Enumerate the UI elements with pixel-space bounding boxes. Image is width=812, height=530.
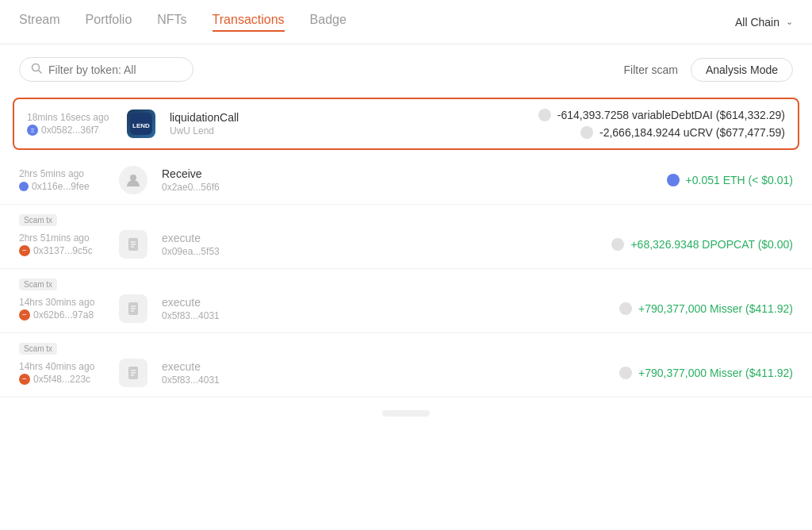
tx-name: liquidationCall xyxy=(170,111,500,124)
amount-dot-icon xyxy=(538,109,551,121)
amount-value: +790,377,000 Misser ($411.92) xyxy=(638,302,793,315)
tx-icon-wrap xyxy=(114,294,152,323)
eth-icon xyxy=(27,125,38,136)
tx-hash: 0x116e...9fee xyxy=(19,181,114,192)
execute-icon xyxy=(119,359,147,387)
tx-meta: 2hrs 5mins ago 0x116e...9fee xyxy=(19,168,114,192)
svg-line-1 xyxy=(39,71,42,74)
amount-dot-icon xyxy=(619,302,632,315)
tx-time: 2hrs 51mins ago xyxy=(19,232,114,244)
amount-value: -2,666,184.9244 uCRV ($677,477.59) xyxy=(599,126,785,139)
tx-icon-wrap xyxy=(114,230,152,259)
tx-protocol: 0x09ea...5f53 xyxy=(162,246,508,257)
tx-time: 18mins 16secs ago xyxy=(27,112,122,123)
tx-protocol: 0x2ae0...56f6 xyxy=(162,182,508,193)
receive-icon xyxy=(119,166,147,194)
minus-icon xyxy=(19,309,30,321)
execute-icon xyxy=(119,294,147,323)
tx-name: Receive xyxy=(162,167,508,180)
svg-text:LEND: LEND xyxy=(132,122,150,129)
tab-portfolio[interactable]: Portfolio xyxy=(86,13,132,32)
tx-name: execute xyxy=(162,296,508,309)
tab-transactions[interactable]: Transactions xyxy=(213,13,285,32)
search-icon xyxy=(31,63,42,76)
tx-name: execute xyxy=(162,232,508,244)
svg-point-4 xyxy=(130,175,136,181)
filter-scam-label[interactable]: Filter scam xyxy=(624,63,678,76)
tx-icon-wrap xyxy=(114,359,152,387)
tx-protocol: 0x5f83...4031 xyxy=(162,374,508,386)
chevron-down-icon: ⌄ xyxy=(786,17,793,27)
tx-info: execute 0x09ea...5f53 xyxy=(152,232,508,257)
amount-dot-icon xyxy=(611,238,624,251)
load-more-indicator xyxy=(382,410,430,417)
tx-amounts: -614,393.7258 variableDebtDAI ($614,332.… xyxy=(500,109,785,139)
tx-hash: 0x62b6...97a8 xyxy=(19,309,114,321)
minus-icon xyxy=(19,245,30,256)
tx-info: liquidationCall UwU Lend xyxy=(160,111,500,136)
filter-input[interactable] xyxy=(48,63,182,76)
tx-hash: 0x5f48...223c xyxy=(19,374,114,385)
tx-protocol: 0x5f83...4031 xyxy=(162,310,508,321)
amount-row: +68,326.9348 DPOPCAT ($0.00) xyxy=(611,238,793,251)
transaction-list: 18mins 16secs ago 0x0582...36f7 LEND liq… xyxy=(0,98,812,448)
tx-meta: 14hrs 30mins ago 0x62b6...97a8 xyxy=(19,297,114,321)
tx-protocol: UwU Lend xyxy=(170,125,500,136)
tx-hash: 0x0582...36f7 xyxy=(27,125,122,136)
tx-meta: 14hrs 40mins ago 0x5f48...223c xyxy=(19,361,114,385)
navigation: Stream Portfolio NFTs Transactions Badge… xyxy=(0,0,812,44)
toolbar: Filter scam Analysis Mode xyxy=(0,44,812,94)
tx-time: 2hrs 5mins ago xyxy=(19,168,114,179)
hash-icon xyxy=(19,182,29,191)
amount-value: +790,377,000 Misser ($411.92) xyxy=(638,367,793,379)
scam-badge: Scam tx xyxy=(19,214,57,226)
tx-amounts: +68,326.9348 DPOPCAT ($0.00) xyxy=(508,238,793,251)
analysis-mode-button[interactable]: Analysis Mode xyxy=(691,58,793,82)
amount-row: -2,666,184.9244 uCRV ($677,477.59) xyxy=(580,126,785,139)
tx-amounts: +790,377,000 Misser ($411.92) xyxy=(508,367,793,379)
tx-amounts: +0.051 ETH (< $0.01) xyxy=(508,174,793,186)
amount-row: +790,377,000 Misser ($411.92) xyxy=(619,302,793,315)
tx-hash: 0x3137...9c5c xyxy=(19,245,114,256)
tx-info: execute 0x5f83...4031 xyxy=(152,360,508,386)
tx-time: 14hrs 40mins ago xyxy=(19,361,114,372)
amount-row: +790,377,000 Misser ($411.92) xyxy=(619,367,793,379)
protocol-icon: LEND xyxy=(127,109,155,138)
chain-selector-label: All Chain xyxy=(735,16,779,29)
amount-row: +0.051 ETH (< $0.01) xyxy=(667,174,793,186)
tx-name: execute xyxy=(162,360,508,373)
table-row[interactable]: Scam tx 14hrs 40mins ago 0x5f48...223c e… xyxy=(0,336,812,398)
amount-row: -614,393.7258 variableDebtDAI ($614,332.… xyxy=(538,109,785,121)
minus-icon xyxy=(19,374,30,385)
table-row[interactable]: Scam tx 14hrs 30mins ago 0x62b6...97a8 e… xyxy=(0,272,812,333)
amount-value: -614,393.7258 variableDebtDAI ($614,332.… xyxy=(557,109,785,121)
scam-badge: Scam tx xyxy=(19,278,57,290)
scam-badge: Scam tx xyxy=(19,343,57,355)
tx-time: 14hrs 30mins ago xyxy=(19,297,114,308)
tx-amounts: +790,377,000 Misser ($411.92) xyxy=(508,302,793,315)
table-row[interactable]: Scam tx 2hrs 51mins ago 0x3137...9c5c ex… xyxy=(0,208,812,269)
tx-meta: 2hrs 51mins ago 0x3137...9c5c xyxy=(19,232,114,256)
tx-meta: 18mins 16secs ago 0x0582...36f7 xyxy=(27,112,122,136)
table-row[interactable]: 2hrs 5mins ago 0x116e...9fee Receive 0x2… xyxy=(0,156,812,205)
tab-badge[interactable]: Badge xyxy=(310,13,347,32)
chain-selector[interactable]: All Chain ⌄ xyxy=(735,16,793,29)
eth-dot-icon xyxy=(667,174,680,186)
tx-icon-wrap: LEND xyxy=(122,109,160,138)
tx-icon-wrap xyxy=(114,166,152,194)
load-more-area xyxy=(0,398,812,429)
toolbar-right: Filter scam Analysis Mode xyxy=(624,58,794,82)
tx-info: execute 0x5f83...4031 xyxy=(152,296,508,321)
amount-value: +68,326.9348 DPOPCAT ($0.00) xyxy=(630,238,793,251)
amount-value: +0.051 ETH (< $0.01) xyxy=(686,174,793,186)
filter-input-wrap[interactable] xyxy=(19,57,193,82)
table-row[interactable]: 18mins 16secs ago 0x0582...36f7 LEND liq… xyxy=(13,98,799,150)
tab-stream[interactable]: Stream xyxy=(19,13,60,32)
nav-tabs: Stream Portfolio NFTs Transactions Badge xyxy=(19,13,735,32)
tab-nfts[interactable]: NFTs xyxy=(157,13,186,32)
amount-dot-icon xyxy=(580,126,593,139)
execute-icon xyxy=(119,230,147,259)
tx-info: Receive 0x2ae0...56f6 xyxy=(152,167,508,193)
amount-dot-icon xyxy=(619,367,632,379)
